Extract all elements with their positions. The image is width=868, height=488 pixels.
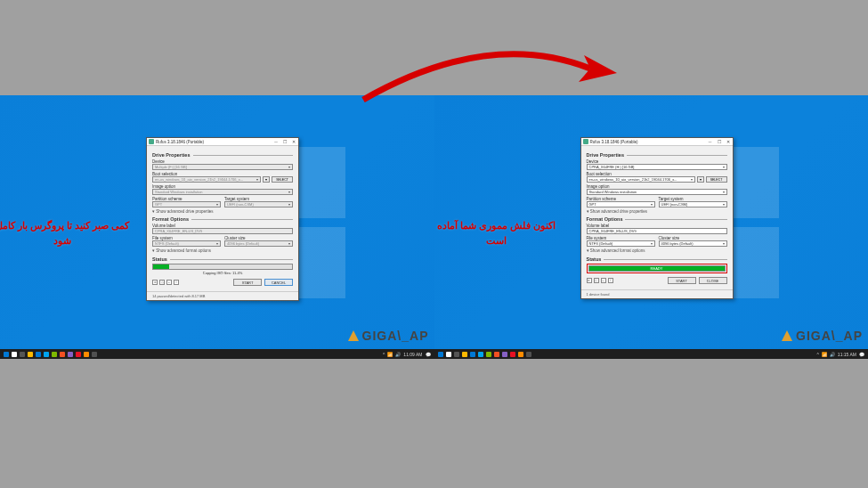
target-select[interactable]: UEFI (non-CSM) [659, 201, 727, 207]
close-button[interactable]: ✕ [289, 138, 298, 146]
app-icon-2[interactable] [486, 352, 491, 357]
device-select[interactable]: Multiple (F:) [16 GB] [152, 164, 293, 170]
section-drive-properties: Drive Properties [152, 152, 293, 158]
hash-icon[interactable]: # [608, 278, 613, 283]
boot-selection-select[interactable]: en-us_windows_10_aio_version_21h2_19044.… [587, 176, 695, 183]
boot-dd-button[interactable]: ▾ [263, 176, 270, 183]
tray-volume-icon[interactable]: 🔊 [830, 352, 835, 357]
target-select[interactable]: UEFI (non-CSM) [224, 201, 293, 207]
titlebar[interactable]: Rufus 3.18.1846 (Portable) ─ ☐ ✕ [147, 138, 298, 146]
cluster-select[interactable]: 4096 bytes (Default) [659, 240, 727, 247]
tray-clock[interactable]: 11:09 AM [403, 352, 422, 357]
close-button[interactable]: ✕ [724, 138, 733, 146]
progress-text: Copying ISO files: 11.4% [152, 271, 293, 275]
volume-label-input[interactable]: CPRA_X64FRE_EN-US_DV9 [152, 228, 293, 234]
hash-icon[interactable]: # [174, 280, 179, 285]
boot-selection-select[interactable]: en-us_windows_10_aio_version_21h2_19044.… [152, 176, 261, 183]
progress-bar [152, 264, 293, 270]
app-icon-3[interactable] [60, 352, 65, 357]
cancel-button[interactable]: CANCEL [264, 279, 293, 286]
settings-icon[interactable]: ≡ [601, 278, 606, 283]
tray-wifi-icon[interactable]: 📶 [387, 352, 393, 357]
taskbar[interactable]: ^ 📶 🔊 11:15 AM 💬 [434, 349, 869, 359]
explorer-icon[interactable] [28, 352, 33, 357]
section-status: Status [587, 256, 727, 262]
settings-icon[interactable]: ≡ [166, 280, 172, 285]
start-button[interactable]: START [233, 279, 262, 286]
app-icon-5[interactable] [510, 352, 515, 357]
minimize-button[interactable]: ─ [272, 138, 280, 146]
caption-left: کمی صبر کنید تا پروگرس بار کامل شود [0, 218, 132, 248]
explorer-icon[interactable] [462, 352, 467, 357]
ready-highlight: READY [587, 264, 727, 273]
minimize-button[interactable]: ─ [706, 138, 715, 146]
edge-icon[interactable] [36, 352, 41, 357]
partition-select[interactable]: GPT [587, 201, 655, 207]
device-select[interactable]: CPRA_X64FRE (H:) [16 GB] [587, 164, 727, 170]
rufus-window-right: Rufus 3.18.1846 (Portable) ─ ☐ ✕ Drive P… [580, 137, 734, 299]
screenshot-left: کمی صبر کنید تا پروگرس بار کامل شود Rufu… [0, 95, 434, 359]
app-icon-7[interactable] [526, 352, 531, 357]
image-option-select[interactable]: Standard Windows installation [152, 189, 293, 195]
log-icon[interactable]: ⚙ [152, 280, 158, 285]
window-title: Rufus 3.18.1846 (Portable) [156, 140, 272, 144]
boot-dd-button[interactable]: ▾ [697, 176, 704, 183]
tray-notifications-icon[interactable]: 💬 [426, 352, 431, 357]
screenshot-right: اکنون فلش مموری شما آماده است Rufus 3.18… [434, 95, 869, 359]
maximize-button[interactable]: ☐ [280, 138, 289, 146]
close-button-2[interactable]: CLOSE [699, 277, 727, 284]
rufus-window-left: Rufus 3.18.1846 (Portable) ─ ☐ ✕ Drive P… [146, 137, 299, 301]
info-icon[interactable]: ⓘ [159, 280, 165, 285]
svg-marker-10 [782, 330, 792, 341]
tray-chevron-icon[interactable]: ^ [383, 352, 385, 357]
adv-drive-link[interactable]: ▾ Show advanced drive properties [587, 209, 727, 214]
search-icon[interactable] [12, 352, 17, 357]
app-icon-4[interactable] [68, 352, 73, 357]
maximize-button[interactable]: ☐ [715, 138, 724, 146]
ready-text: READY [589, 266, 725, 271]
app-icon-3[interactable] [494, 352, 499, 357]
window-title: Rufus 3.18.1846 (Portable) [590, 140, 706, 144]
adv-drive-link[interactable]: ▾ Show advanced drive properties [152, 209, 293, 214]
app-icon-6[interactable] [84, 352, 89, 357]
watermark: GIGA\_AP [348, 329, 429, 343]
adv-format-link[interactable]: ▾ Show advanced format options [152, 248, 293, 253]
start-icon[interactable] [438, 352, 443, 357]
edge-icon[interactable] [470, 352, 475, 357]
app-icon-1[interactable] [44, 352, 49, 357]
tray-clock[interactable]: 11:15 AM [838, 352, 856, 357]
app-icon-6[interactable] [518, 352, 523, 357]
adv-format-link[interactable]: ▾ Show advanced format options [587, 248, 727, 253]
taskbar[interactable]: ^ 📶 🔊 11:09 AM 💬 [0, 349, 434, 359]
tray-chevron-icon[interactable]: ^ [817, 352, 819, 357]
app-icon-4[interactable] [502, 352, 507, 357]
start-button[interactable]: START [668, 277, 696, 284]
progress-bar: READY [588, 265, 726, 272]
partition-select[interactable]: GPT [152, 201, 221, 207]
watermark: GIGA\_AP [782, 329, 863, 343]
taskview-icon[interactable] [454, 352, 459, 357]
app-icon-7[interactable] [92, 352, 97, 357]
search-icon[interactable] [446, 352, 451, 357]
arrow-icon [354, 37, 621, 109]
section-format-options: Format Options [587, 216, 727, 222]
svg-marker-5 [348, 330, 359, 341]
select-button[interactable]: SELECT [272, 176, 293, 183]
volume-label-input[interactable]: CPRA_X64FRE_EN-US_DV9 [587, 228, 727, 234]
select-button[interactable]: SELECT [706, 176, 727, 183]
fs-select[interactable]: NTFS (Default) [587, 240, 655, 247]
tray-notifications-icon[interactable]: 💬 [859, 352, 864, 357]
taskview-icon[interactable] [20, 352, 25, 357]
info-icon[interactable]: ⓘ [594, 278, 599, 283]
app-icon-2[interactable] [52, 352, 57, 357]
start-icon[interactable] [4, 352, 9, 357]
image-option-select[interactable]: Standard Windows installation [587, 189, 727, 195]
fs-select[interactable]: NTFS (Default) [152, 240, 221, 247]
app-icon-5[interactable] [76, 352, 81, 357]
titlebar[interactable]: Rufus 3.18.1846 (Portable) ─ ☐ ✕ [581, 138, 733, 146]
log-icon[interactable]: ⚙ [587, 278, 592, 283]
cluster-select[interactable]: 4096 bytes (Default) [224, 240, 293, 247]
tray-wifi-icon[interactable]: 📶 [822, 352, 827, 357]
tray-volume-icon[interactable]: 🔊 [395, 352, 401, 357]
app-icon-1[interactable] [478, 352, 483, 357]
